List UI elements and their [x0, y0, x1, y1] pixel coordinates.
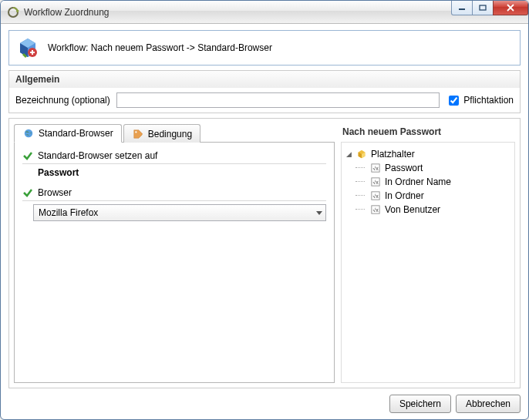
variable-icon: √x	[369, 162, 382, 174]
workflow-cube-icon	[15, 35, 40, 60]
tree-item[interactable]: √x In Ordner Name	[355, 175, 511, 189]
dialog-footer: Speichern Abbrechen	[8, 393, 521, 413]
titlebar: Workflow Zuordnung	[1, 1, 528, 24]
svg-rect-10	[32, 50, 33, 55]
tree-item-label: Passwort	[385, 163, 423, 173]
minimize-button[interactable]	[451, 0, 473, 15]
green-check-icon	[22, 187, 33, 198]
green-check-icon	[22, 150, 33, 161]
field-set-browser: Standard-Browser setzen auf Passwort	[22, 150, 326, 178]
svg-rect-3	[480, 5, 486, 10]
general-section: Allgemein Bezeichnung (optional) Pflicht…	[8, 70, 521, 113]
dialog-window: Workflow Zuordnung	[0, 0, 529, 420]
svg-text:√x: √x	[372, 180, 379, 185]
svg-text:√x: √x	[372, 166, 379, 171]
tree-item-label: Von Benutzer	[385, 204, 440, 215]
tab-label: Standard-Browser	[39, 128, 113, 139]
field-value: Passwort	[22, 167, 326, 178]
tab-content: Standard-Browser setzen auf Passwort Bro…	[14, 143, 335, 383]
svg-marker-12	[133, 129, 142, 138]
maximize-button[interactable]	[472, 0, 494, 15]
close-button[interactable]	[493, 0, 528, 15]
placeholder-title: Nach neuem Passwort	[341, 123, 515, 142]
save-button[interactable]: Speichern	[389, 395, 451, 413]
general-heading: Allgemein	[8, 70, 521, 88]
svg-rect-2	[459, 8, 465, 10]
svg-text:√x: √x	[372, 207, 379, 213]
name-label: Bezeichnung (optional)	[15, 95, 110, 106]
globe-icon	[22, 127, 35, 139]
tree-collapse-icon[interactable]: ◢	[345, 150, 352, 158]
field-label: Browser	[38, 187, 72, 198]
tree-children: √x Passwort √x In Ordner Name	[345, 161, 511, 217]
window-controls	[452, 0, 528, 15]
tab-bar: Standard-Browser Bedingung	[14, 123, 335, 143]
mandatory-checkbox[interactable]	[449, 96, 459, 106]
mandatory-checkbox-wrap[interactable]: Pflichtaktion	[446, 93, 514, 108]
app-icon	[7, 6, 19, 18]
svg-text:√x: √x	[372, 193, 379, 199]
main-area: Standard-Browser Bedingung	[8, 118, 521, 388]
workflow-path-label: Workflow: Nach neuem Passwort -> Standar…	[48, 42, 272, 53]
window-title: Workflow Zuordnung	[24, 7, 452, 18]
chevron-down-icon	[316, 211, 322, 215]
tree-root[interactable]: ◢ Platzhalter	[345, 147, 511, 161]
tree-item[interactable]: √x In Ordner	[355, 189, 511, 203]
tab-label: Bedingung	[148, 129, 192, 139]
workflow-header: Workflow: Nach neuem Passwort -> Standar…	[8, 30, 521, 66]
tree-item[interactable]: √x Passwort	[355, 161, 511, 175]
variable-icon: √x	[369, 176, 382, 188]
variable-icon: √x	[369, 203, 382, 216]
tag-icon	[132, 128, 144, 140]
cancel-button[interactable]: Abbrechen	[456, 395, 521, 413]
field-browser: Browser Mozilla Firefox	[22, 187, 326, 221]
placeholder-tree: ◢ Platzhalter √	[341, 142, 515, 383]
tab-standard-browser[interactable]: Standard-Browser	[14, 124, 122, 143]
field-label: Standard-Browser setzen auf	[38, 150, 157, 161]
svg-point-13	[135, 131, 136, 133]
tree-item[interactable]: √x Von Benutzer	[355, 203, 511, 217]
tree-root-label: Platzhalter	[371, 149, 415, 160]
dialog-content: Workflow: Nach neuem Passwort -> Standar…	[1, 24, 528, 419]
left-pane: Standard-Browser Bedingung	[14, 123, 335, 383]
tree-item-label: In Ordner Name	[385, 176, 451, 187]
name-input[interactable]	[116, 92, 440, 108]
tab-condition[interactable]: Bedingung	[123, 124, 200, 143]
tree-item-label: In Ordner	[385, 190, 424, 201]
variable-icon: √x	[369, 190, 382, 202]
yellow-cube-icon	[355, 148, 368, 160]
mandatory-label: Pflichtaktion	[463, 95, 514, 106]
select-value: Mozilla Firefox	[39, 207, 98, 218]
right-pane: Nach neuem Passwort ◢ Platzhalter	[341, 123, 515, 383]
browser-select[interactable]: Mozilla Firefox	[33, 204, 326, 221]
svg-point-11	[25, 129, 33, 138]
